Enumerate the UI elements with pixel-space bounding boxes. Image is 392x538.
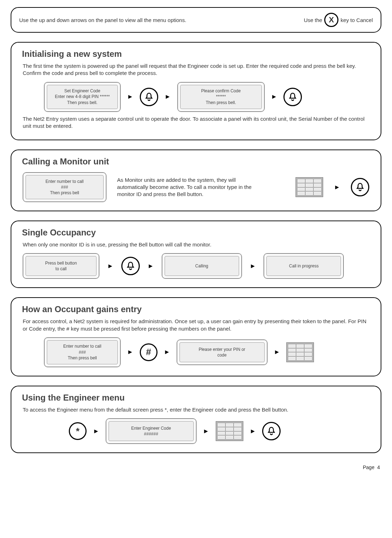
arrow-icon: ►: [203, 428, 209, 435]
lcd-line: code: [183, 352, 261, 358]
lcd-line: ######: [112, 431, 190, 437]
lcd-press-bell: Press bell button to call: [23, 253, 99, 279]
arrow-icon: ►: [165, 93, 171, 100]
hash-key-icon: #: [140, 343, 158, 361]
lcd-line: Then press bell.: [51, 100, 114, 105]
lcd-line: Enter new 4-8 digit PIN ******: [51, 94, 114, 99]
page-number: 4: [377, 464, 380, 470]
arrow-icon: ►: [93, 428, 99, 435]
lcd-line: Then press bell.: [184, 100, 258, 105]
arrow-icon: ►: [274, 348, 280, 356]
lcd-inner: Please confirm Code ****** Then press be…: [180, 85, 262, 109]
bell-icon: [262, 422, 281, 440]
keypad-icon: [216, 421, 243, 441]
bell-icon: [121, 257, 140, 275]
lcd-line: Please enter your PIN or: [183, 347, 261, 352]
lcd-inner: Call in progress: [266, 256, 341, 276]
section-initialising: Initialising a new system The first time…: [11, 42, 381, 140]
single-paragraph: When only one monitor ID is in use, pres…: [23, 241, 369, 248]
top-hint-prefix: Use the: [304, 17, 322, 23]
top-hint-suffix: key to Cancel: [341, 17, 373, 23]
section-engineer-menu: Using the Engineer menu To access the En…: [11, 386, 381, 453]
lcd-calling: Calling: [162, 253, 242, 279]
init-paragraph-1: The first time the system is powered up …: [23, 63, 369, 77]
lcd-engineer-code: Enter Engineer Code ######: [106, 418, 197, 444]
arrow-icon: ►: [148, 262, 154, 270]
call-row: Enter number to call ### Then press bell…: [23, 172, 369, 202]
top-hint-left: Use the up and down arrows on the panel …: [19, 17, 186, 23]
lcd-line: ******: [184, 94, 258, 99]
lcd-enter-pin: Please enter your PIN or code: [177, 339, 267, 365]
lcd-line: Then press bell: [29, 190, 100, 196]
engineer-paragraph: To access the Engineer menu from the def…: [23, 406, 369, 413]
lcd-line: Calling: [169, 263, 235, 269]
page-label: Page: [363, 464, 375, 470]
section-calling-monitor: Calling a Monitor unit Enter number to c…: [11, 150, 381, 211]
arrow-icon: ►: [334, 184, 340, 191]
arrow-icon: ►: [164, 348, 170, 356]
arrow-icon: ►: [250, 428, 256, 435]
heading-initialising: Initialising a new system: [22, 49, 373, 59]
section-single-occupancy: Single Occupancy When only one monitor I…: [11, 221, 381, 288]
lcd-inner: Enter number to call ### Then press bell: [47, 340, 118, 364]
arrow-icon: ►: [271, 93, 277, 100]
init-paragraph-2: The Net2 Entry system uses a separate co…: [23, 115, 369, 130]
lcd-inner: Set Engineer Code Enter new 4-8 digit PI…: [47, 85, 118, 109]
lcd-inner: Please enter your PIN or code: [180, 342, 265, 362]
lcd-line: Enter number to call: [29, 179, 100, 184]
lcd-line: ###: [51, 349, 114, 355]
keypad-icon: [286, 342, 314, 362]
heading-occupant-entry: How an Occupant gains entry: [22, 304, 373, 314]
top-hint-row: Use the up and down arrows on the panel …: [19, 13, 373, 27]
engineer-flow: * ► Enter Engineer Code ###### ► ►: [69, 418, 369, 444]
lcd-enter-number: Enter number to call ### Then press bell: [44, 337, 121, 367]
lcd-line: Call in progress: [270, 263, 337, 269]
lcd-line: to call: [29, 266, 93, 272]
lcd-line: Press bell button: [29, 260, 93, 266]
star-key-icon: *: [69, 422, 87, 440]
lcd-line: Set Engineer Code: [51, 88, 114, 94]
lcd-inner: Enter Engineer Code ######: [109, 421, 194, 441]
lcd-line: Enter number to call: [51, 343, 114, 349]
lcd-inner: Calling: [165, 256, 239, 276]
lcd-line: Enter Engineer Code: [112, 425, 190, 431]
x-key-icon: X: [324, 13, 338, 27]
heading-engineer-menu: Using the Engineer menu: [22, 393, 373, 403]
lcd-inner: Press bell button to call: [26, 256, 96, 276]
heading-single-occupancy: Single Occupancy: [22, 228, 373, 238]
arrow-icon: ►: [127, 348, 133, 356]
entry-flow: Enter number to call ### Then press bell…: [44, 337, 369, 367]
page-footer: Page 4: [11, 462, 381, 470]
init-flow: Set Engineer Code Enter new 4-8 digit PI…: [44, 82, 369, 112]
bell-icon: [283, 88, 302, 106]
section-occupant-entry: How an Occupant gains entry For access c…: [11, 297, 381, 376]
arrow-icon: ►: [250, 262, 256, 270]
top-hint-panel: Use the up and down arrows on the panel …: [11, 7, 381, 33]
lcd-enter-number: Enter number to call ### Then press bell: [23, 172, 106, 202]
arrow-icon: ►: [127, 93, 133, 100]
entry-paragraph: For access control, a Net2 system is req…: [23, 318, 369, 332]
lcd-line: Then press bell: [51, 355, 114, 361]
bell-icon: [351, 178, 369, 196]
keypad-icon: [296, 177, 323, 197]
lcd-inner: Enter number to call ### Then press bell: [26, 175, 104, 199]
lcd-line: Please confirm Code: [184, 88, 258, 94]
bell-icon: [140, 88, 158, 106]
arrow-icon: ►: [107, 262, 114, 270]
single-flow: Press bell button to call ► ► Calling ► …: [23, 253, 369, 279]
call-text: As Monitor units are added to the system…: [117, 176, 263, 198]
lcd-confirm-code: Please confirm Code ****** Then press be…: [177, 82, 265, 112]
top-hint-right: Use the X key to Cancel: [304, 13, 373, 27]
heading-calling-monitor: Calling a Monitor unit: [22, 157, 373, 167]
lcd-set-engineer-code: Set Engineer Code Enter new 4-8 digit PI…: [44, 82, 121, 112]
lcd-line: ###: [29, 184, 100, 190]
lcd-call-in-progress: Call in progress: [264, 253, 344, 279]
